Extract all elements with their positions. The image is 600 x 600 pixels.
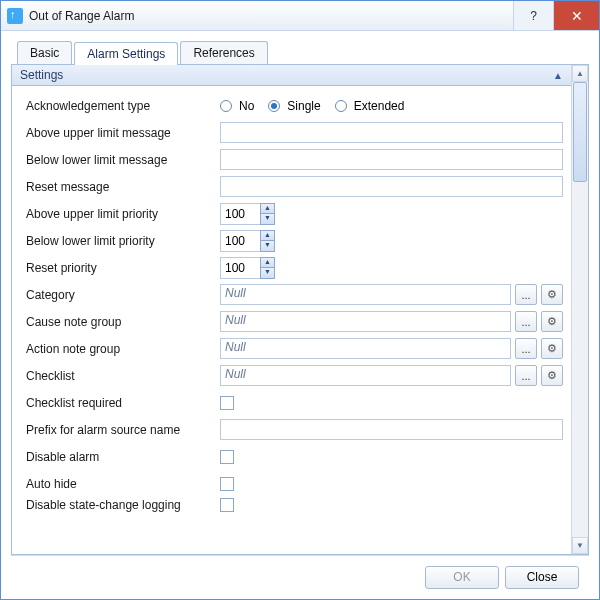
cause-browse-button[interactable]: ... xyxy=(515,311,537,332)
title-bar: Out of Range Alarm ? ✕ xyxy=(1,1,599,31)
scroll-up-arrow[interactable]: ▲ xyxy=(572,65,588,82)
below-msg-input[interactable] xyxy=(220,149,563,170)
autohide-label: Auto hide xyxy=(20,477,220,491)
reset-prio-label: Reset priority xyxy=(20,261,220,275)
below-prio-up[interactable]: ▲ xyxy=(260,230,275,241)
tab-alarm-settings[interactable]: Alarm Settings xyxy=(74,42,178,65)
checklist-req-checkbox[interactable] xyxy=(220,396,234,410)
category-label: Category xyxy=(20,288,220,302)
disable-checkbox[interactable] xyxy=(220,450,234,464)
window-close-button[interactable]: ✕ xyxy=(553,1,599,30)
disable-label: Disable alarm xyxy=(20,450,220,464)
action-input[interactable]: Null xyxy=(220,338,511,359)
prefix-input[interactable] xyxy=(220,419,563,440)
reset-prio-up[interactable]: ▲ xyxy=(260,257,275,268)
category-input[interactable]: Null xyxy=(220,284,511,305)
below-prio-down[interactable]: ▼ xyxy=(260,240,275,252)
above-msg-input[interactable] xyxy=(220,122,563,143)
prefix-label: Prefix for alarm source name xyxy=(20,423,220,437)
reset-msg-input[interactable] xyxy=(220,176,563,197)
ack-radio-no[interactable] xyxy=(220,100,232,112)
reset-msg-label: Reset message xyxy=(20,180,220,194)
ack-type-group: No Single Extended xyxy=(220,99,569,113)
tab-basic[interactable]: Basic xyxy=(17,41,72,64)
section-header-settings[interactable]: Settings ▲ xyxy=(12,65,571,86)
checklist-input[interactable]: Null xyxy=(220,365,511,386)
checklist-gear-button[interactable] xyxy=(541,365,563,386)
ack-radio-single[interactable] xyxy=(268,100,280,112)
tab-references[interactable]: References xyxy=(180,41,267,64)
ack-radio-single-label: Single xyxy=(287,99,320,113)
disable-log-checkbox[interactable] xyxy=(220,498,234,512)
scroll-down-arrow[interactable]: ▼ xyxy=(572,537,588,554)
below-prio-input[interactable] xyxy=(220,230,260,252)
action-gear-button[interactable] xyxy=(541,338,563,359)
disable-log-label: Disable state-change logging xyxy=(20,498,220,512)
tab-bar: Basic Alarm Settings References xyxy=(11,41,589,64)
ack-radio-extended[interactable] xyxy=(335,100,347,112)
below-msg-label: Below lower limit message xyxy=(20,153,220,167)
category-browse-button[interactable]: ... xyxy=(515,284,537,305)
checklist-browse-button[interactable]: ... xyxy=(515,365,537,386)
autohide-checkbox[interactable] xyxy=(220,477,234,491)
app-icon xyxy=(7,8,23,24)
scroll-track[interactable] xyxy=(572,82,588,537)
category-gear-button[interactable] xyxy=(541,284,563,305)
vertical-scrollbar[interactable]: ▲ ▼ xyxy=(571,65,588,554)
dialog-footer: OK Close xyxy=(11,555,589,599)
cause-input[interactable]: Null xyxy=(220,311,511,332)
reset-prio-down[interactable]: ▼ xyxy=(260,267,275,279)
above-prio-up[interactable]: ▲ xyxy=(260,203,275,214)
reset-prio-input[interactable] xyxy=(220,257,260,279)
above-prio-down[interactable]: ▼ xyxy=(260,213,275,225)
action-browse-button[interactable]: ... xyxy=(515,338,537,359)
dialog-window: Out of Range Alarm ? ✕ Basic Alarm Setti… xyxy=(0,0,600,600)
below-prio-label: Below lower limit priority xyxy=(20,234,220,248)
above-msg-label: Above upper limit message xyxy=(20,126,220,140)
ok-button[interactable]: OK xyxy=(425,566,499,589)
above-prio-input[interactable] xyxy=(220,203,260,225)
section-title: Settings xyxy=(20,68,63,82)
settings-form: Acknowledgement type No Single Extended … xyxy=(12,86,571,554)
cause-gear-button[interactable] xyxy=(541,311,563,332)
scroll-thumb[interactable] xyxy=(573,82,587,182)
checklist-label: Checklist xyxy=(20,369,220,383)
ack-radio-extended-label: Extended xyxy=(354,99,405,113)
help-button[interactable]: ? xyxy=(513,1,553,30)
above-prio-label: Above upper limit priority xyxy=(20,207,220,221)
tab-panel: Settings ▲ Acknowledgement type No Singl… xyxy=(11,64,589,555)
ack-radio-no-label: No xyxy=(239,99,254,113)
cause-label: Cause note group xyxy=(20,315,220,329)
close-button[interactable]: Close xyxy=(505,566,579,589)
action-label: Action note group xyxy=(20,342,220,356)
window-title: Out of Range Alarm xyxy=(29,9,513,23)
collapse-icon[interactable]: ▲ xyxy=(553,70,563,81)
checklist-req-label: Checklist required xyxy=(20,396,220,410)
ack-type-label: Acknowledgement type xyxy=(20,99,220,113)
